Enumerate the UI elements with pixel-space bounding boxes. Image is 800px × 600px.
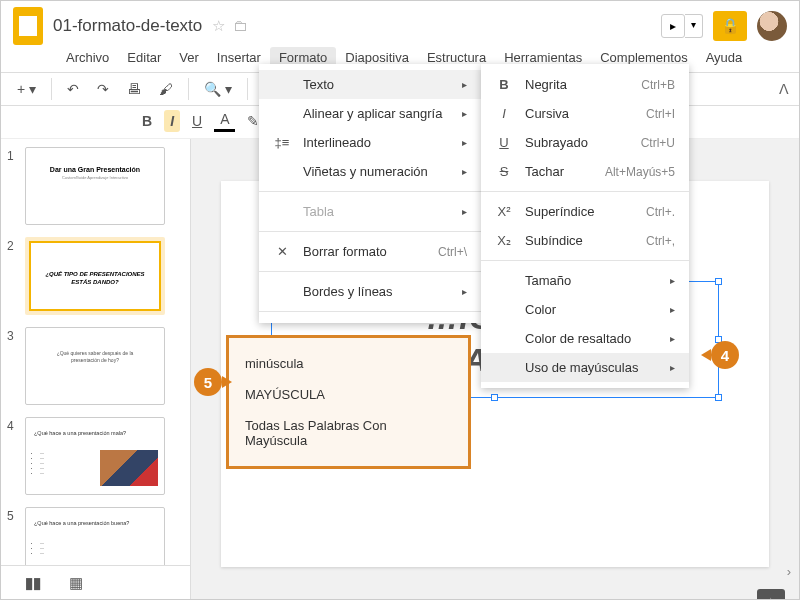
- text-menu-cursiva[interactable]: ICursivaCtrl+I: [481, 99, 689, 128]
- thumb-text: ¿Qué hace a una presentación buena?: [34, 520, 156, 526]
- menu-editar[interactable]: Editar: [118, 47, 170, 68]
- format-menu-texto[interactable]: Texto▸: [259, 70, 481, 99]
- thumb-number: 4: [7, 417, 19, 433]
- format-menu-interlineado[interactable]: ‡≡Interlineado▸: [259, 128, 481, 157]
- cap-menu-lower[interactable]: minúscula: [229, 348, 468, 379]
- undo-button[interactable]: ↶: [61, 77, 85, 101]
- thumb-4[interactable]: 4 ¿Qué hace a una presentación mala? ———…: [7, 417, 184, 495]
- text-menu-super[interactable]: X²SuperíndiceCtrl+.: [481, 197, 689, 226]
- view-switcher: ▮▮ ▦: [1, 565, 191, 599]
- format-menu-vinetas[interactable]: Viñetas y numeración▸: [259, 157, 481, 186]
- callout-step-4: 4: [711, 341, 739, 369]
- thumbnail-panel: 1 Dar una Gran Presentación CustomGuide …: [1, 139, 191, 600]
- text-menu-resaltado[interactable]: Color de resaltado▸: [481, 324, 689, 353]
- redo-button[interactable]: ↷: [91, 77, 115, 101]
- zoom-button[interactable]: 🔍 ▾: [198, 77, 238, 101]
- titlebar: 01-formato-de-texto ☆ 🗀 ▸ ▾ �литалница 🔒: [1, 1, 799, 47]
- format-menu: Texto▸ Alinear y aplicar sangría▸ ‡≡Inte…: [259, 64, 481, 323]
- underline-icon: U: [495, 135, 513, 150]
- format-menu-alinear[interactable]: Alinear y aplicar sangría▸: [259, 99, 481, 128]
- thumb-text: ¿Qué hace a una presentación mala?: [34, 430, 156, 436]
- cap-menu-title[interactable]: Todas Las Palabras Con Mayúscula: [229, 410, 468, 456]
- text-menu-sub[interactable]: X₂SubíndiceCtrl+,: [481, 226, 689, 255]
- paint-format-button[interactable]: 🖌: [153, 77, 179, 101]
- capitalization-submenu: minúscula MAYÚSCULA Todas Las Palabras C…: [226, 335, 471, 469]
- subscript-icon: X₂: [495, 233, 513, 248]
- thumb-text: ¿Qué quieres saber después de la: [57, 350, 134, 356]
- thumb-number: 3: [7, 327, 19, 343]
- cap-menu-upper[interactable]: MAYÚSCULA: [229, 379, 468, 410]
- text-menu-negrita[interactable]: BNegritaCtrl+B: [481, 70, 689, 99]
- thumb-subtitle: CustomGuide Aprendizaje Interactivo: [32, 175, 158, 180]
- thumb-text: ESTÁS DANDO?: [71, 279, 118, 285]
- star-icon[interactable]: ☆: [212, 17, 225, 35]
- text-menu-tachar[interactable]: STacharAlt+Mayús+5: [481, 157, 689, 186]
- share-button[interactable]: 🔒: [713, 11, 747, 41]
- slides-logo-icon: [13, 7, 43, 45]
- doc-title[interactable]: 01-formato-de-texto: [53, 16, 202, 36]
- italic-icon: I: [495, 106, 513, 121]
- thumb-text: ¿QUÉ TIPO DE PRESENTACIONES: [45, 271, 144, 277]
- strikethrough-icon: S: [495, 164, 513, 179]
- underline-button[interactable]: U: [186, 110, 208, 132]
- callout-step-5: 5: [194, 368, 222, 396]
- text-submenu: BNegritaCtrl+B ICursivaCtrl+I USubrayado…: [481, 64, 689, 388]
- text-menu-subrayado[interactable]: USubrayadoCtrl+U: [481, 128, 689, 157]
- filmstrip-view-icon[interactable]: ▮▮: [25, 574, 41, 592]
- line-spacing-icon: ‡≡: [273, 135, 291, 150]
- thumb-number: 2: [7, 237, 19, 253]
- thumb-image: [100, 450, 158, 486]
- format-menu-bordes[interactable]: Bordes y líneas▸: [259, 277, 481, 306]
- text-menu-color[interactable]: Color▸: [481, 295, 689, 324]
- text-color-button[interactable]: A: [214, 109, 235, 132]
- thumb-2[interactable]: 2 ¿QUÉ TIPO DE PRESENTACIONESESTÁS DANDO…: [7, 237, 184, 315]
- menu-ayuda[interactable]: Ayuda: [697, 47, 752, 68]
- present-button[interactable]: ▸: [661, 14, 685, 38]
- print-button[interactable]: 🖶: [121, 77, 147, 101]
- account-avatar[interactable]: [757, 11, 787, 41]
- menu-ver[interactable]: Ver: [170, 47, 208, 68]
- text-menu-tamano[interactable]: Tamaño▸: [481, 266, 689, 295]
- thumb-number: 1: [7, 147, 19, 163]
- new-slide-button[interactable]: + ▾: [11, 77, 42, 101]
- thumb-1[interactable]: 1 Dar una Gran Presentación CustomGuide …: [7, 147, 184, 225]
- thumb-text: presentación de hoy?: [71, 357, 119, 363]
- format-menu-borrar[interactable]: ✕Borrar formatoCtrl+\: [259, 237, 481, 266]
- clear-format-icon: ✕: [273, 244, 291, 259]
- text-menu-mayusculas[interactable]: Uso de mayúsculas▸: [481, 353, 689, 382]
- explore-button[interactable]: ✦: [757, 589, 785, 600]
- thumb-title: Dar una Gran Presentación: [32, 166, 158, 173]
- thumb-3[interactable]: 3 ¿Qué quieres saber después de lapresen…: [7, 327, 184, 405]
- collapse-toolbar-icon[interactable]: ᐱ: [779, 81, 789, 97]
- italic-button[interactable]: I: [164, 110, 180, 132]
- scroll-right-icon[interactable]: ›: [787, 564, 791, 579]
- present-dropdown[interactable]: ▾: [685, 14, 703, 38]
- menu-archivo[interactable]: Archivo: [57, 47, 118, 68]
- grid-view-icon[interactable]: ▦: [69, 574, 83, 592]
- thumb-number: 5: [7, 507, 19, 523]
- format-menu-tabla: Tabla▸: [259, 197, 481, 226]
- folder-icon[interactable]: 🗀: [233, 17, 248, 35]
- superscript-icon: X²: [495, 204, 513, 219]
- bold-icon: B: [495, 77, 513, 92]
- bold-button[interactable]: B: [136, 110, 158, 132]
